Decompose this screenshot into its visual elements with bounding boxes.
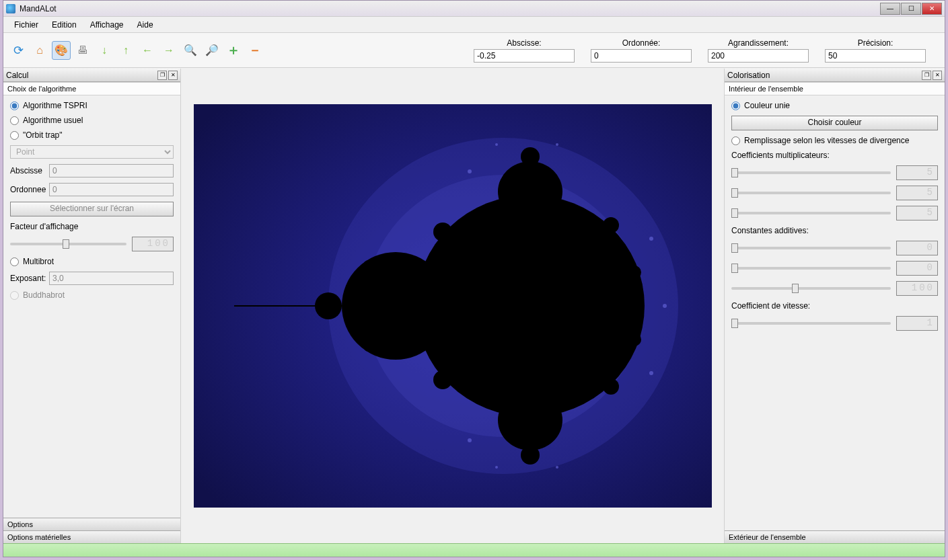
up-icon: ↑	[123, 44, 129, 56]
svg-point-15	[628, 266, 641, 279]
palette-button[interactable]: 🎨	[52, 41, 71, 60]
down-icon: ↓	[102, 44, 107, 56]
close-button[interactable]: ✕	[922, 3, 942, 15]
coef-mult-lcd-2: 5	[896, 186, 938, 200]
svg-point-9	[521, 446, 540, 465]
status-bar	[3, 543, 945, 557]
algo-orbit-radio[interactable]	[10, 131, 19, 140]
algo-usuel-radio[interactable]	[10, 116, 19, 125]
svg-rect-10	[234, 305, 342, 307]
calcul-panel-title[interactable]: Calcul ❐ ✕	[3, 69, 180, 82]
dock-float-icon[interactable]: ❐	[922, 71, 931, 80]
algo-orbit-label: "Orbit trap"	[23, 130, 63, 140]
svg-point-6	[498, 390, 562, 450]
client-area: Calcul ❐ ✕ Choix de l'algorithme Algorit…	[3, 69, 945, 543]
menu-fichier[interactable]: Fichier	[7, 18, 45, 32]
calcul-panel: Calcul ❐ ✕ Choix de l'algorithme Algorit…	[3, 69, 181, 543]
titlebar[interactable]: MandALot — ☐ ✕	[3, 1, 945, 17]
refresh-icon: ⟳	[13, 43, 24, 58]
colorisation-panel: Colorisation ❐ ✕ Intérieur de l'ensemble…	[724, 69, 945, 543]
algo-tspri-label: Algorithme TSPRI	[23, 101, 87, 110]
app-window: MandALot — ☐ ✕ Fichier Edition Affichage…	[3, 0, 945, 557]
const-add-lcd-3: 100	[896, 281, 938, 296]
coef-vit-lcd: 1	[896, 316, 938, 331]
menu-aide[interactable]: Aide	[131, 18, 160, 32]
facteur-label: Facteur d'affichage	[10, 222, 174, 231]
canvas-area	[181, 69, 724, 543]
minimize-button[interactable]: —	[880, 3, 900, 15]
maximize-button[interactable]: ☐	[901, 3, 921, 15]
precision-input[interactable]	[825, 49, 926, 63]
svg-point-4	[342, 252, 449, 360]
zoom-in-button[interactable]: 🔍	[181, 41, 200, 60]
options-materielles-tab[interactable]: Options matérielles	[3, 530, 180, 543]
coef-mult-slider-2[interactable]	[731, 192, 891, 194]
left-button[interactable]: ←	[138, 41, 157, 60]
svg-point-17	[363, 260, 374, 271]
dock-float-icon[interactable]: ❐	[157, 71, 167, 80]
svg-point-8	[521, 147, 540, 166]
zoom-out-icon: 🔎	[205, 44, 219, 56]
algo-tspri-radio[interactable]	[10, 102, 19, 110]
svg-point-11	[433, 223, 452, 241]
facteur-slider[interactable]	[10, 243, 126, 245]
svg-point-13	[603, 217, 619, 233]
fractal-canvas[interactable]	[194, 104, 712, 508]
agrandissement-input[interactable]	[708, 49, 809, 63]
up-button[interactable]: ↑	[116, 41, 135, 60]
coef-mult-slider-1[interactable]	[731, 171, 891, 174]
const-add-slider-3[interactable]	[731, 287, 891, 290]
const-add-slider-2[interactable]	[731, 267, 891, 270]
dock-close-icon[interactable]: ✕	[933, 71, 942, 80]
couleur-unie-radio[interactable]	[731, 102, 740, 110]
const-add-lcd-1: 0	[896, 241, 938, 255]
choisir-couleur-button[interactable]: Choisir couleur	[731, 116, 938, 130]
exposant-input	[49, 272, 174, 285]
couleur-unie-label: Couleur unie	[744, 101, 790, 110]
select-on-screen-button: Sélectionner sur l'écran	[10, 202, 174, 216]
algo-usuel-label: Algorithme usuel	[23, 116, 83, 125]
abscisse-input[interactable]	[474, 49, 575, 63]
options-tab[interactable]: Options	[3, 518, 180, 530]
zoom-out-button[interactable]: 🔎	[203, 41, 221, 60]
add-button[interactable]: ＋	[224, 41, 243, 60]
down-button[interactable]: ↓	[95, 41, 114, 60]
svg-point-24	[556, 466, 558, 469]
algo-header: Choix de l'algorithme	[3, 82, 180, 95]
const-add-slider-1[interactable]	[731, 247, 891, 249]
svg-point-20	[495, 143, 498, 146]
home-icon: ⌂	[36, 44, 43, 56]
dock-close-icon[interactable]: ✕	[168, 71, 178, 80]
trap-abscisse-label: Abscisse	[10, 166, 45, 175]
trap-abscisse-input	[49, 164, 174, 177]
coef-mult-label: Coefficients multiplicateurs:	[731, 151, 938, 160]
coef-mult-slider-3[interactable]	[731, 212, 891, 214]
left-icon: ←	[142, 44, 153, 56]
plus-icon: ＋	[227, 41, 240, 59]
coef-mult-lcd-3: 5	[896, 206, 938, 221]
svg-point-27	[649, 371, 653, 375]
save-button[interactable]: 🖶	[73, 41, 92, 60]
coef-mult-lcd-1: 5	[896, 165, 938, 180]
right-button[interactable]: →	[159, 41, 178, 60]
home-button[interactable]: ⌂	[30, 41, 49, 60]
multibrot-radio[interactable]	[10, 257, 19, 266]
ordonnee-label: Ordonnée:	[622, 38, 661, 48]
remplissage-label: Remplissage selon les vitesses de diverg…	[744, 136, 909, 145]
menu-affichage[interactable]: Affichage	[83, 18, 131, 32]
svg-point-12	[433, 370, 452, 389]
svg-point-18	[363, 341, 374, 352]
svg-point-25	[649, 237, 653, 241]
remplissage-radio[interactable]	[731, 136, 740, 145]
ordonnee-input[interactable]	[591, 49, 692, 63]
menubar: Fichier Edition Affichage Aide	[3, 17, 945, 33]
window-title: MandALot	[20, 4, 879, 13]
coef-vit-slider[interactable]	[731, 322, 891, 325]
colorisation-title[interactable]: Colorisation ❐ ✕	[725, 69, 945, 82]
exterieur-tab[interactable]: Extérieur de l'ensemble	[725, 530, 945, 543]
exposant-label: Exposant:	[10, 274, 45, 283]
toolbar: ⟳ ⌂ 🎨 🖶 ↓ ↑ ← → 🔍 🔎 ＋ － Abscisse: Ordonn…	[3, 33, 945, 68]
remove-button[interactable]: －	[246, 41, 264, 60]
menu-edition[interactable]: Edition	[45, 18, 83, 32]
refresh-button[interactable]: ⟳	[9, 41, 28, 60]
